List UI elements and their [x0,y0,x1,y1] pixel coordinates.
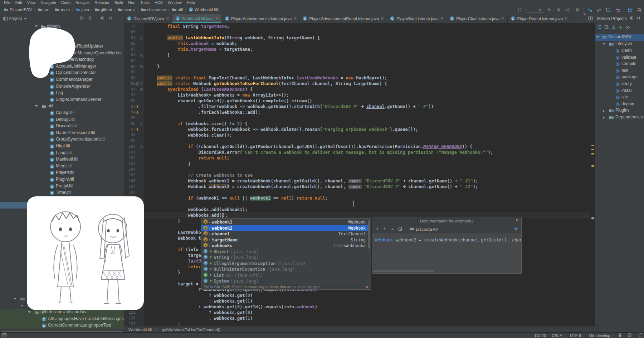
tab-WebhookUtil.java[interactable]: CWebhookUtil.java [172,14,222,23]
code-line-130[interactable]: 130 : webhooks.get(1) [124,315,595,321]
menu-run[interactable]: Run [126,0,138,5]
git-branch-indicator[interactable]: Git: develop↕ [589,333,613,338]
readonly-lock-icon[interactable] [618,333,622,338]
breadcrumb-item-webhookutil[interactable]: CWebhookUtil [188,7,219,13]
code-line-112[interactable]: 112 webhooks.add(); [124,212,595,218]
code-line-83[interactable]: 83 this.targetName = targetName; [124,46,595,52]
expand-arrow-icon[interactable] [28,311,31,313]
run-icon[interactable] [546,7,552,13]
tree-label[interactable]: SingleCommandSender [56,97,101,102]
forward-icon[interactable] [383,227,387,231]
code-line-79[interactable]: 79 final String targetName; [124,24,595,29]
memory-indicator-icon[interactable] [638,333,642,338]
menu-refactor[interactable]: Refactor [92,0,112,5]
maven-sources-icon[interactable] [604,24,609,31]
close-icon[interactable] [293,16,297,21]
vcs-diff-icon[interactable] [605,7,611,13]
close-icon[interactable] [501,16,504,21]
documentation-popup[interactable]: Documentation for webhook2 DiscordSRV We… [372,217,522,274]
completion-item-List[interactable]: IList<E> (java.util) [201,273,370,279]
code-line-84[interactable]: 84 } [124,52,595,58]
close-icon[interactable] [381,16,384,21]
error-stripe-mark[interactable] [591,153,594,155]
project-structure-icon[interactable] [627,7,633,13]
tab-PlayerAdvancementDoneListener.java[interactable]: CPlayerAdvancementDoneListener.java [300,14,387,23]
code-line-128[interactable]: 128 : webhooks.get(0).getId().equals(inf… [124,304,595,310]
expand-arrow-icon[interactable] [21,305,24,307]
close-icon[interactable] [166,16,169,21]
maven-settings-gear-icon[interactable] [629,16,634,21]
code-line-102[interactable]: 102 return null; [124,155,595,161]
maven-goal-label[interactable]: site [621,94,628,99]
fold-icon[interactable] [140,145,143,148]
code-line-99[interactable]: 99 [124,138,595,144]
breadcrumb-item-util[interactable]: util [171,8,184,12]
breadcrumb-item-scarsz[interactable]: scarsz [117,8,136,12]
debug-icon[interactable] [555,7,562,13]
code-line-95[interactable]: 95 [124,115,595,121]
code-line-90[interactable]: 90 synchronized (lastUsedWebhooks) { [124,87,595,92]
breadcrumb-method[interactable]: getWebhookToUseForChannel() [162,328,221,332]
error-stripe-mark[interactable] [591,145,594,146]
menu-tools[interactable]: Tools [138,0,152,5]
lambda-gutter-icon[interactable]: λ [136,127,138,133]
coverage-icon[interactable] [565,7,571,13]
lambda-gutter-icon[interactable]: λ [136,104,138,110]
error-stripe-mark[interactable] [591,149,594,150]
maven-download-icon[interactable] [611,24,616,31]
tree-label[interactable]: GamePermissionUtil [56,130,95,135]
tree-label[interactable]: ConfigUtil [56,110,74,115]
fold-icon[interactable] [140,36,143,40]
completion-item-Object[interactable]: CObject (java.lang) [201,249,370,255]
documentation-horizontal-scrollbar[interactable] [373,270,434,272]
menu-help[interactable]: Help [184,0,197,5]
maven-goal-label[interactable]: validate [621,55,636,60]
tree-label[interactable]: CorrectCommonsLangImportTest [48,323,111,328]
maven-goal-label[interactable]: deploy [621,101,634,106]
code-line-110[interactable]: 110 [124,201,595,207]
close-icon[interactable] [215,16,219,21]
line-separator-indicator[interactable]: CRLF↕ [552,333,564,338]
collapse-arrow-icon[interactable] [603,116,605,119]
completion-item-IllegalArgumentException[interactable]: CIllegalArgumentException (java.lang) [201,261,370,267]
tab-PlayerDeathListener.java[interactable]: CPlayerDeathListener.java [508,14,571,23]
back-icon[interactable] [375,227,379,231]
code-line-109[interactable]: 109 if (webhook1 == null || webhook2 == … [124,195,595,201]
caret-position[interactable]: 112:20 [534,333,546,338]
tab-DiscordSRV.java[interactable]: CDiscordSRV.java [124,14,172,23]
tree-label[interactable]: PlayerUtil [56,170,74,175]
close-icon[interactable] [440,16,444,21]
fold-icon[interactable] [140,88,143,91]
breadcrumb-class[interactable]: WebhookUtil [128,328,152,332]
edit-source-icon[interactable] [398,226,403,232]
code-completion-popup[interactable]: vwebhook1Webhookvwebhook2Webhookpchannel… [201,218,371,290]
code-line-107[interactable]: 107 Webhook webhook2 = createWebhook(cha… [124,184,595,190]
documentation-popup-title[interactable]: Documentation for webhook2 [372,217,521,225]
maven-goal-label[interactable]: test [621,68,628,73]
lambda-gutter-icon[interactable]: λ [136,110,138,116]
code-line-105[interactable]: 105 // create webhooks to use [124,172,595,178]
tree-label[interactable]: GroupSynchronizationUtil [56,137,104,142]
error-stripe-mark[interactable] [591,217,594,219]
menu-window[interactable]: Window [165,0,184,5]
code-line-91[interactable]: 91 List<Webhook> webhooks = new ArrayLis… [124,92,595,98]
tree-label[interactable]: util [48,103,53,108]
maven-more-icon[interactable] [625,24,630,31]
up-icon[interactable] [391,227,395,231]
sort-by-relevance-icon[interactable]: π [366,284,369,289]
doc-settings-gear-icon[interactable] [514,226,518,232]
menu-vcs[interactable]: VCS [152,0,165,5]
tree-label[interactable]: TimeUtil [56,190,72,195]
expand-arrow-icon[interactable] [603,43,606,45]
hide-panel-icon[interactable] [108,16,113,21]
error-stripe-mark[interactable] [591,165,594,167]
code-line-108[interactable]: 108 [124,190,595,195]
stop-icon[interactable] [574,7,580,13]
tree-label[interactable]: LangUtil [56,150,72,155]
maven-label[interactable]: Plugins [615,108,629,113]
tree-label[interactable]: DebugUtil [56,117,75,122]
fold-icon[interactable] [140,65,143,68]
breadcrumb-item-discordsrv[interactable]: discordsrv [140,8,166,12]
tree-label[interactable]: PluginUtil [56,177,74,182]
code-line-82[interactable]: 82 this.webhook = webhook; [124,41,595,46]
